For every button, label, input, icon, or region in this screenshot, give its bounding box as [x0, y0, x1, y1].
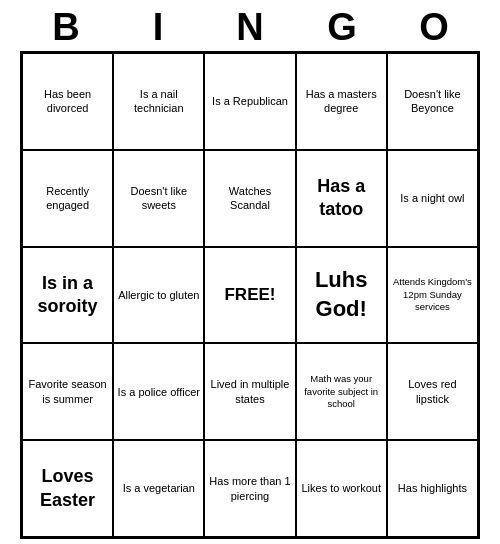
bingo-cell-4[interactable]: Doesn't like Beyonce	[387, 53, 478, 150]
bingo-cell-12[interactable]: FREE!	[204, 247, 295, 344]
bingo-grid: Has been divorcedIs a nail technicianIs …	[20, 51, 480, 539]
bingo-cell-18[interactable]: Math was your favorite subject in school	[296, 343, 387, 440]
letter-i: I	[118, 6, 198, 49]
bingo-cell-2[interactable]: Is a Republican	[204, 53, 295, 150]
bingo-cell-6[interactable]: Doesn't like sweets	[113, 150, 204, 247]
bingo-cell-8[interactable]: Has a tatoo	[296, 150, 387, 247]
bingo-cell-21[interactable]: Is a vegetarian	[113, 440, 204, 537]
bingo-cell-24[interactable]: Has highlights	[387, 440, 478, 537]
bingo-cell-10[interactable]: Is in a soroity	[22, 247, 113, 344]
bingo-cell-7[interactable]: Watches Scandal	[204, 150, 295, 247]
bingo-cell-1[interactable]: Is a nail technician	[113, 53, 204, 150]
bingo-cell-5[interactable]: Recently engaged	[22, 150, 113, 247]
bingo-cell-3[interactable]: Has a masters degree	[296, 53, 387, 150]
letter-b: B	[26, 6, 106, 49]
bingo-cell-16[interactable]: Is a police officer	[113, 343, 204, 440]
bingo-cell-19[interactable]: Loves red lipstick	[387, 343, 478, 440]
letter-n: N	[210, 6, 290, 49]
bingo-cell-13[interactable]: Luhs God!	[296, 247, 387, 344]
bingo-cell-23[interactable]: Likes to workout	[296, 440, 387, 537]
bingo-cell-17[interactable]: Lived in multiple states	[204, 343, 295, 440]
letter-o: O	[394, 6, 474, 49]
bingo-cell-22[interactable]: Has more than 1 piercing	[204, 440, 295, 537]
bingo-cell-9[interactable]: Is a night owl	[387, 150, 478, 247]
letter-g: G	[302, 6, 382, 49]
bingo-cell-15[interactable]: Favorite season is summer	[22, 343, 113, 440]
bingo-cell-0[interactable]: Has been divorced	[22, 53, 113, 150]
bingo-title: B I N G O	[20, 0, 480, 51]
bingo-cell-11[interactable]: Allergic to gluten	[113, 247, 204, 344]
bingo-cell-20[interactable]: Loves Easter	[22, 440, 113, 537]
bingo-cell-14[interactable]: Attends Kingdom's 12pm Sunday services	[387, 247, 478, 344]
